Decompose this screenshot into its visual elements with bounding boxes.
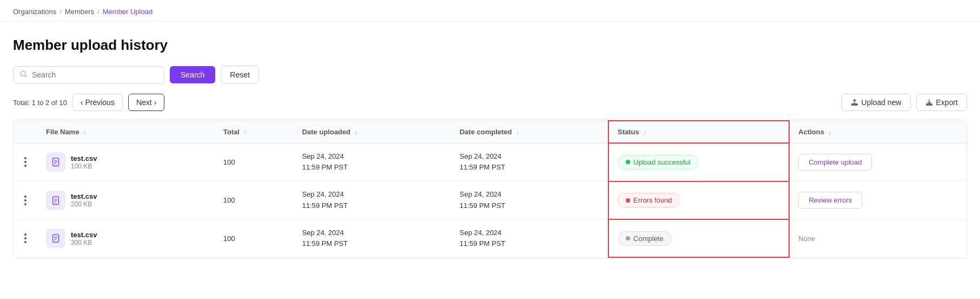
col-total-header: Total ↓ — [215, 121, 294, 143]
breadcrumb-members[interactable]: Members — [65, 8, 94, 16]
row1-file-icon-bg — [46, 152, 65, 172]
file-icon — [51, 157, 61, 167]
export-icon — [925, 99, 933, 106]
toolbar-right: Upload new Export — [842, 94, 967, 111]
row2-date-completed-cell: Sep 24, 2024 11:59 PM PST — [451, 181, 608, 220]
row1-filesize: 100 KB — [71, 162, 97, 170]
row3-date-completed-line1: Sep 24, 2024 — [460, 227, 599, 239]
row2-status-label: Errors found — [633, 196, 672, 204]
row3-action-none: None — [798, 235, 815, 243]
sort-actions-icon[interactable]: ↓ — [828, 129, 831, 135]
data-table: File Name ↓ Total ↓ Date uploaded ↓ Date… — [13, 120, 967, 258]
row3-total-cell: 100 — [215, 219, 294, 257]
row1-date-uploaded-cell: Sep 24, 2024 11:59 PM PST — [293, 143, 451, 181]
next-label: Next — [136, 98, 152, 107]
upload-icon — [851, 99, 858, 106]
toolbar-left: Total: 1 to 2 of 10 ‹ Previous Next › — [13, 94, 164, 111]
search-icon — [20, 70, 28, 80]
row2-date-uploaded-cell: Sep 24, 2024 11:59 PM PST — [293, 181, 451, 220]
search-button[interactable]: Search — [170, 66, 215, 83]
col-menu-header — [14, 121, 37, 143]
row2-filename: test.csv — [71, 192, 97, 200]
search-input[interactable] — [32, 70, 157, 79]
export-button[interactable]: Export — [916, 94, 967, 111]
row2-date-uploaded-line2: 11:59 PM PST — [302, 200, 442, 212]
col-filename-header: File Name ↓ — [37, 121, 215, 143]
row1-status-badge: Upload successful — [618, 155, 699, 170]
chevron-right-icon: › — [154, 98, 157, 107]
row2-file-icon-bg — [46, 191, 65, 210]
export-label: Export — [936, 98, 958, 107]
col-date-uploaded-header: Date uploaded ↓ — [293, 121, 451, 143]
file-icon — [51, 233, 61, 243]
row1-filename: test.csv — [71, 154, 97, 162]
table-row: test.csv 200 KB 100 Sep 24, 2024 11:59 P… — [14, 181, 966, 220]
row3-menu-cell — [14, 219, 37, 257]
previous-button[interactable]: ‹ Previous — [72, 94, 123, 111]
row2-actions-cell: Review errors — [789, 181, 966, 220]
row2-status-badge: Errors found — [618, 193, 680, 207]
row1-total-cell: 100 — [215, 143, 294, 181]
col-date-completed-header: Date completed ↓ — [451, 121, 608, 143]
sort-date-completed-icon[interactable]: ↓ — [516, 129, 519, 135]
row3-dot-menu[interactable] — [22, 231, 29, 245]
total-label: Total: 1 to 2 of 10 — [13, 99, 67, 107]
row1-actions-cell: Complete upload — [789, 143, 966, 181]
row3-filesize: 300 KB — [71, 239, 97, 246]
row2-date-completed-line2: 11:59 PM PST — [460, 200, 599, 212]
row2-status-dot — [626, 198, 630, 203]
row1-status-cell: Upload successful — [608, 143, 789, 181]
row3-status-dot — [626, 236, 630, 240]
breadcrumb-member-upload: Member Upload — [103, 8, 153, 16]
row3-date-uploaded-line1: Sep 24, 2024 — [302, 227, 442, 239]
row3-status-cell: Complete — [608, 219, 789, 257]
table-row: test.csv 100 KB 100 Sep 24, 2024 11:59 P… — [14, 143, 966, 181]
row1-status-label: Upload successful — [633, 158, 691, 166]
row2-date-uploaded-line1: Sep 24, 2024 — [302, 189, 442, 200]
row2-date-completed-line1: Sep 24, 2024 — [460, 189, 599, 200]
file-icon — [51, 196, 61, 205]
row3-file-icon-bg — [46, 229, 65, 248]
row1-menu-cell — [14, 143, 37, 181]
breadcrumb-organizations[interactable]: Organizations — [13, 8, 56, 16]
row1-filename-cell: test.csv 100 KB — [37, 143, 215, 181]
row3-status-badge: Complete — [618, 231, 672, 246]
search-bar: Search Reset — [13, 66, 967, 84]
table-row: test.csv 300 KB 100 Sep 24, 2024 11:59 P… — [14, 219, 966, 257]
row1-status-dot — [626, 160, 630, 164]
row2-total-cell: 100 — [215, 181, 294, 220]
row1-action-button[interactable]: Complete upload — [798, 154, 872, 171]
row1-dot-menu[interactable] — [22, 155, 29, 169]
upload-new-button[interactable]: Upload new — [842, 94, 911, 111]
col-actions-header: Actions ↓ — [789, 121, 966, 143]
row2-status-cell: Errors found — [608, 181, 789, 220]
next-button[interactable]: Next › — [128, 94, 164, 111]
row2-filesize: 200 KB — [71, 200, 97, 208]
col-status-header: Status ↓ — [608, 121, 789, 143]
breadcrumb: Organizations / Members / Member Upload — [0, 0, 980, 22]
sort-date-uploaded-icon[interactable]: ↓ — [355, 129, 358, 135]
sort-total-icon[interactable]: ↓ — [243, 129, 247, 135]
row3-filename-cell: test.csv 300 KB — [37, 219, 215, 257]
row3-date-completed-line2: 11:59 PM PST — [460, 238, 599, 250]
page-title: Member upload history — [13, 37, 967, 54]
row3-date-completed-cell: Sep 24, 2024 11:59 PM PST — [451, 219, 608, 257]
row3-filename: test.csv — [71, 231, 97, 239]
row1-date-completed-cell: Sep 24, 2024 11:59 PM PST — [451, 143, 608, 181]
row3-date-uploaded-line2: 11:59 PM PST — [302, 238, 442, 250]
toolbar: Total: 1 to 2 of 10 ‹ Previous Next › Up… — [13, 94, 967, 111]
row2-action-button[interactable]: Review errors — [798, 192, 862, 209]
sort-status-icon[interactable]: ↓ — [643, 129, 646, 135]
search-input-wrap — [13, 66, 164, 84]
row3-date-uploaded-cell: Sep 24, 2024 11:59 PM PST — [293, 219, 451, 257]
row3-actions-cell: None — [789, 219, 966, 257]
upload-new-label: Upload new — [862, 98, 902, 107]
row2-filename-cell: test.csv 200 KB — [37, 181, 215, 220]
chevron-left-icon: ‹ — [81, 98, 83, 107]
row2-dot-menu[interactable] — [22, 193, 29, 207]
reset-button[interactable]: Reset — [221, 66, 259, 84]
sort-filename-icon[interactable]: ↓ — [83, 129, 87, 135]
previous-label: Previous — [85, 98, 114, 107]
row2-menu-cell — [14, 181, 37, 220]
row3-status-label: Complete — [633, 235, 664, 243]
